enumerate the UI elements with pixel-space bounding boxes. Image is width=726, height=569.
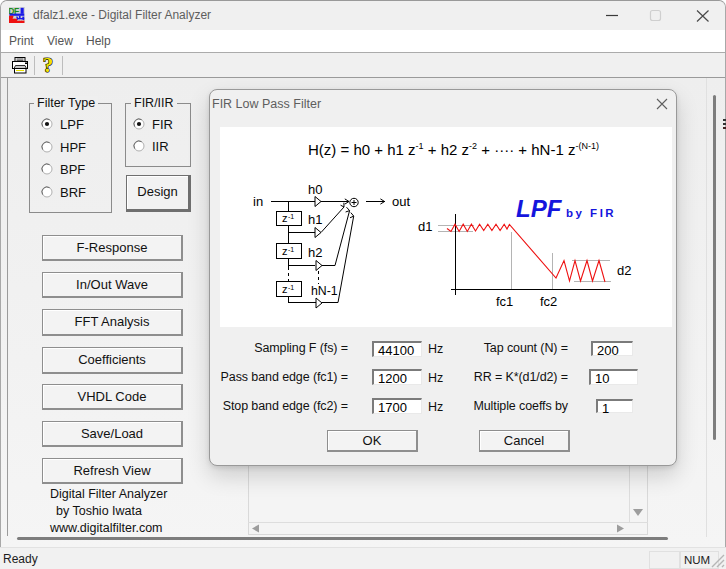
svg-text:hN-1: hN-1 <box>311 284 338 298</box>
svg-text:z: z <box>282 212 288 224</box>
svg-text:h0: h0 <box>308 182 322 197</box>
svg-text:h1: h1 <box>308 212 322 227</box>
svg-text:h2: h2 <box>308 245 322 260</box>
svg-text:in: in <box>253 194 263 209</box>
svg-text:fc1: fc1 <box>496 294 513 309</box>
svg-text:-1: -1 <box>288 284 294 291</box>
svg-text:d2: d2 <box>617 263 631 278</box>
svg-text:LPF: LPF <box>516 195 563 222</box>
svg-text:?: ? <box>43 55 54 75</box>
svg-text:-1: -1 <box>288 246 294 253</box>
svg-text:z: z <box>282 245 288 257</box>
svg-text:fc2: fc2 <box>540 294 557 309</box>
svg-text:d1: d1 <box>418 219 432 234</box>
svg-text:out: out <box>392 194 410 209</box>
svg-text:z: z <box>282 283 288 295</box>
svg-text:-1: -1 <box>288 213 294 220</box>
svg-text:by FIR: by FIR <box>566 207 616 219</box>
